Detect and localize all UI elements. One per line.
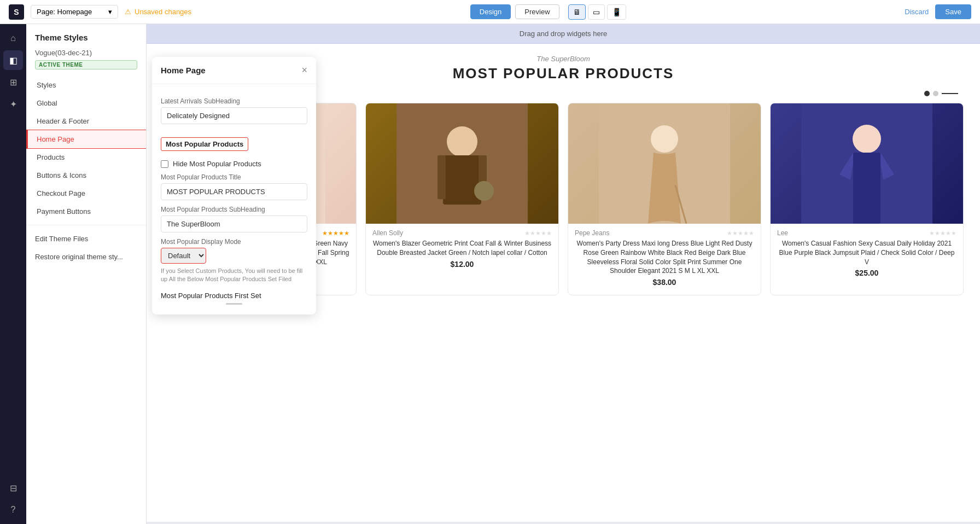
display-mode-row: Default Custom: [161, 248, 307, 264]
product-stars: ★★★★★: [929, 230, 956, 237]
drag-handle: [161, 300, 307, 307]
svg-rect-13: [853, 153, 880, 224]
icon-sidebar: ⌂ ◧ ⊞ ✦ ⊟ ?: [0, 24, 26, 524]
panel-title: Theme Styles: [26, 24, 146, 46]
warning-icon: ⚠: [125, 8, 131, 16]
product-info: Pepe Jeans ★★★★★ Women's Party Dress Max…: [568, 224, 761, 292]
theme-name: Vogue(03-dec-21): [26, 46, 146, 59]
mobile-view-button[interactable]: 📱: [607, 4, 626, 20]
first-set-label: Most Popular Products First Set: [161, 292, 307, 300]
topbar-actions: Discard Save: [905, 4, 971, 19]
product-info: Allen Solly ★★★★★ Women's Blazer Geometr…: [366, 224, 558, 274]
modal-body: Latest Arrivals SubHeading Most Popular …: [152, 84, 316, 315]
nav-header-footer[interactable]: Header & Footer: [26, 112, 146, 130]
left-panel: Theme Styles Vogue(03-dec-21) ACTIVE THE…: [26, 24, 147, 524]
nav-styles[interactable]: Styles: [26, 76, 146, 94]
product-name: Women's Blazer Geometric Print Coat Fall…: [372, 239, 552, 258]
sidebar-icon-layers[interactable]: ◧: [3, 50, 23, 70]
product-price: $38.00: [575, 278, 754, 287]
dot-line: [942, 93, 958, 94]
nav-divider: [26, 225, 146, 225]
product-name: Women's Casual Fashion Sexy Casual Daily…: [777, 239, 956, 266]
save-button[interactable]: Save: [935, 4, 971, 19]
nav-buttons-icons[interactable]: Buttons & Icons: [26, 166, 146, 184]
subheading-field-label: Most Popular Products SubHeading: [161, 206, 307, 213]
sidebar-icon-apps[interactable]: ⊟: [3, 478, 23, 498]
sidebar-icon-design[interactable]: ✦: [3, 94, 23, 114]
product-card: Pepe Jeans ★★★★★ Women's Party Dress Max…: [568, 103, 761, 295]
desktop-view-button[interactable]: 🖥: [568, 4, 586, 20]
svg-point-3: [447, 126, 477, 157]
sidebar-icon-widgets[interactable]: ⊞: [3, 72, 23, 92]
product-image: [568, 103, 761, 224]
modal-title: Home Page: [161, 66, 206, 75]
sidebar-icon-home[interactable]: ⌂: [3, 28, 23, 48]
product-price: $12.00: [372, 260, 552, 269]
page-selector[interactable]: Page: Homepage ▾: [31, 5, 118, 19]
subheading-value-input[interactable]: [161, 216, 307, 232]
product-brand: Lee ★★★★★: [777, 229, 956, 237]
product-brand: Allen Solly ★★★★★: [372, 229, 552, 237]
display-mode-hint: If you Select Custom Products, You will …: [161, 267, 307, 284]
unsaved-badge: ⚠ Unsaved changes: [125, 8, 191, 16]
product-card: Allen Solly ★★★★★ Women's Blazer Geometr…: [365, 103, 559, 295]
main-layout: ⌂ ◧ ⊞ ✦ ⊟ ? Theme Styles Vogue(03-dec-21…: [0, 24, 980, 524]
product-image: [771, 103, 963, 224]
display-mode-label: Most Popular Display Mode: [161, 238, 307, 246]
product-name: Women's Party Dress Maxi long Dress Blue…: [575, 239, 754, 276]
link-edit-theme[interactable]: Edit Theme Files: [26, 230, 146, 248]
dnd-text: Drag and drop widgets here: [520, 30, 607, 38]
product-stars: ★★★★★: [727, 230, 754, 237]
dnd-bar: Drag and drop widgets here: [147, 24, 980, 44]
nav-global[interactable]: Global: [26, 94, 146, 112]
preview-button[interactable]: Preview: [515, 4, 559, 19]
page-selector-label: Page: Homepage: [37, 8, 92, 16]
topbar: S Page: Homepage ▾ ⚠ Unsaved changes Des…: [0, 0, 980, 24]
product-info: Lee ★★★★★ Women's Casual Fashion Sexy Ca…: [771, 224, 963, 283]
product-card: Lee ★★★★★ Women's Casual Fashion Sexy Ca…: [770, 103, 964, 295]
canvas-area: Drag and drop widgets here The SuperBloo…: [147, 24, 980, 524]
subheading-input[interactable]: [161, 107, 307, 124]
nav-home-page[interactable]: Home Page: [26, 130, 146, 148]
product-image: [366, 103, 558, 224]
dot-active: [924, 91, 930, 96]
svg-point-9: [651, 125, 678, 153]
dot-inactive: [933, 91, 938, 96]
nav-checkout-page[interactable]: Checkout Page: [26, 184, 146, 202]
link-restore-theme[interactable]: Restore original theme sty...: [26, 248, 146, 266]
title-input[interactable]: [161, 183, 307, 200]
hide-checkbox-row: Hide Most Popular Products: [161, 160, 307, 168]
modal-panel: Home Page × Latest Arrivals SubHeading M…: [152, 57, 316, 315]
modal-close-button[interactable]: ×: [301, 65, 307, 76]
svg-rect-4: [443, 155, 481, 205]
chevron-down-icon: ▾: [108, 8, 112, 16]
design-button[interactable]: Design: [470, 4, 511, 19]
drag-bar-icon: [226, 303, 242, 305]
product-price: $25.00: [777, 269, 956, 277]
hide-popular-checkbox[interactable]: [161, 160, 168, 168]
active-theme-badge: ACTIVE THEME: [35, 60, 137, 69]
nav-products[interactable]: Products: [26, 148, 146, 166]
discard-button[interactable]: Discard: [905, 8, 929, 16]
product-stars: ★★★★★: [322, 230, 349, 237]
logo-icon: S: [9, 4, 24, 20]
modal-header: Home Page ×: [152, 57, 316, 84]
most-popular-section-label: Most Popular Products: [161, 137, 248, 151]
title-field-label: Most Popular Products Title: [161, 173, 307, 181]
svg-point-12: [853, 125, 881, 153]
view-controls: Design Preview 🖥 ▭ 📱: [198, 4, 898, 20]
svg-rect-5: [438, 155, 446, 199]
sidebar-icon-help[interactable]: ?: [3, 500, 23, 520]
display-mode-select[interactable]: Default Custom: [161, 248, 206, 264]
subheading-label: Latest Arrivals SubHeading: [161, 97, 307, 105]
nav-payment-buttons[interactable]: Payment Buttons: [26, 202, 146, 220]
svg-point-7: [474, 181, 494, 201]
hide-popular-label: Hide Most Popular Products: [173, 160, 261, 168]
product-stars: ★★★★★: [524, 230, 552, 237]
tablet-view-button[interactable]: ▭: [588, 4, 605, 20]
product-brand: Pepe Jeans ★★★★★: [575, 229, 754, 237]
